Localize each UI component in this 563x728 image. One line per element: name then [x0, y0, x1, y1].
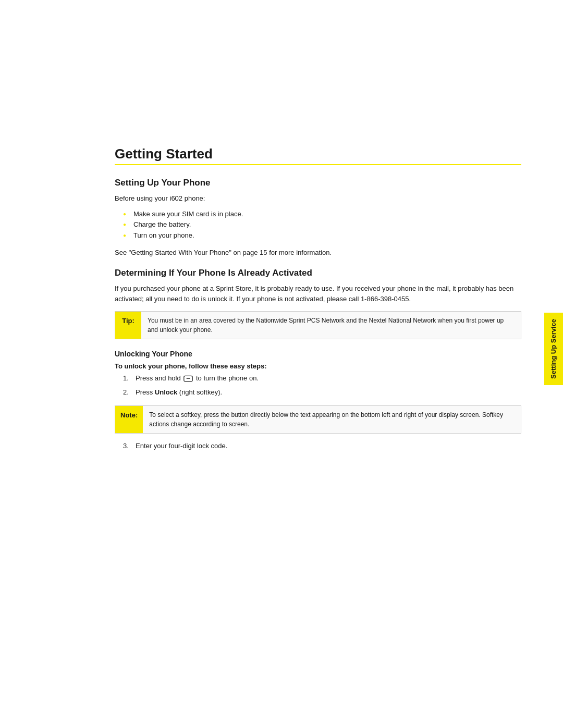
side-tab-label: Setting Up Service — [549, 319, 558, 379]
unlock-steps-list: Press and hold to turn the phone on. Pre… — [123, 373, 521, 398]
setup-intro-text: Before using your i602 phone: — [115, 193, 521, 204]
note-content: To select a softkey, press the button di… — [143, 406, 521, 433]
section-determining-activation: Determining If Your Phone Is Already Act… — [115, 268, 521, 339]
side-tab: Setting Up Service — [544, 313, 563, 385]
bullet-item-turnon: Turn on your phone. — [123, 230, 521, 241]
step1-text-after: to turn the phone on. — [196, 374, 259, 382]
unlock-step-2: Press Unlock (right softkey). — [123, 387, 521, 398]
tip-box: Tip: You must be in an area covered by t… — [115, 311, 521, 339]
section-unlocking-phone: Unlocking Your Phone To unlock your phon… — [115, 350, 521, 451]
content-area: Getting Started Setting Up Your Phone Be… — [115, 146, 521, 514]
unlock-step-3: Enter your four-digit lock code. — [123, 441, 521, 452]
activation-body-text: If you purchased your phone at a Sprint … — [115, 283, 521, 304]
bullet-item-sim: Make sure your SIM card is in place. — [123, 209, 521, 220]
subsection-heading-unlock: Unlocking Your Phone — [115, 350, 521, 358]
unlock-step3-list: Enter your four-digit lock code. — [123, 441, 521, 452]
setup-see-more-text: See "Getting Started With Your Phone" on… — [115, 248, 521, 258]
tip-content: You must be in an area covered by the Na… — [141, 312, 521, 339]
chapter-divider — [115, 164, 521, 165]
power-icon — [183, 375, 193, 382]
steps-intro-text: To unlock your phone, follow these easy … — [115, 362, 521, 370]
tip-label: Tip: — [115, 312, 141, 339]
section-heading-activation: Determining If Your Phone Is Already Act… — [115, 268, 521, 278]
step2-bold-word: Unlock — [155, 388, 177, 396]
step2-text-after: (right softkey). — [177, 388, 222, 396]
section-setting-up-phone: Setting Up Your Phone Before using your … — [115, 178, 521, 257]
setup-bullet-list: Make sure your SIM card is in place. Cha… — [123, 209, 521, 241]
section-heading-setup: Setting Up Your Phone — [115, 178, 521, 188]
note-label: Note: — [115, 406, 143, 433]
bullet-item-battery: Charge the battery. — [123, 219, 521, 230]
chapter-title: Getting Started — [115, 146, 521, 162]
page-container: Setting Up Service Getting Started Setti… — [0, 146, 563, 728]
unlock-step-1: Press and hold to turn the phone on. — [123, 373, 521, 384]
step2-text-before: Press — [136, 388, 155, 396]
note-box: Note: To select a softkey, press the but… — [115, 405, 521, 434]
step1-text-before: Press and hold — [136, 374, 181, 382]
